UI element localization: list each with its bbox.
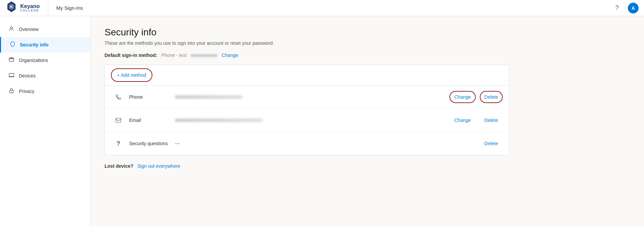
keyano-logo-svg: K: [5, 1, 18, 13]
help-icon[interactable]: ?: [612, 3, 622, 13]
default-method-row: Default sign-in method: Phone - text Cha…: [105, 53, 631, 58]
main-layout: Overview Security info Organizations Dev…: [0, 16, 644, 226]
method-row-phone: Phone Change Delete: [105, 86, 509, 109]
security-questions-value: ---: [175, 141, 242, 146]
security-questions-method-name: Security questions: [129, 141, 170, 146]
security-questions-delete-button[interactable]: Delete: [482, 139, 501, 148]
email-method-actions: Change Delete: [451, 116, 501, 124]
avatar[interactable]: A: [628, 3, 639, 13]
shield-icon: [9, 41, 16, 49]
sidebar-item-privacy[interactable]: Privacy: [0, 84, 91, 99]
logo-area: K Keyano College: [5, 0, 48, 16]
sign-out-everywhere-link[interactable]: Sign out everywhere: [137, 163, 180, 169]
security-card: + Add method Phone Change Delete Em: [105, 65, 509, 155]
laptop-icon: [8, 72, 15, 79]
sidebar-item-overview[interactable]: Overview: [0, 22, 91, 37]
lock-icon: [8, 88, 15, 95]
sidebar-item-organizations[interactable]: Organizations: [0, 53, 91, 68]
svg-text:K: K: [10, 5, 13, 9]
page-title: Security info: [105, 27, 631, 38]
sidebar-label-security-info: Security info: [20, 42, 49, 47]
sidebar-item-devices[interactable]: Devices: [0, 68, 91, 84]
svg-rect-6: [10, 90, 13, 93]
default-method-value: Phone - text: [161, 53, 219, 58]
add-method-button[interactable]: + Add method: [113, 70, 150, 80]
svg-rect-4: [9, 58, 14, 62]
method-row-email: Email Change Delete: [105, 109, 509, 132]
main-content: Security info These are the methods you …: [91, 16, 644, 226]
default-method-change-button[interactable]: Change: [222, 53, 238, 58]
organizations-icon: [8, 57, 15, 64]
person-icon: [8, 26, 15, 33]
page-subtitle: These are the methods you use to sign in…: [105, 40, 631, 46]
default-method-label: Default sign-in method:: [105, 53, 157, 58]
sidebar-label-devices: Devices: [19, 73, 36, 78]
add-method-row: + Add method: [105, 65, 509, 86]
logo-icon: K: [5, 1, 18, 15]
sidebar: Overview Security info Organizations Dev…: [0, 16, 91, 226]
brand-name: Keyano: [20, 3, 40, 9]
sidebar-label-organizations: Organizations: [19, 58, 48, 63]
header-title: My Sign-Ins: [56, 5, 83, 11]
lost-device-label: Lost device?: [105, 163, 134, 169]
email-method-name: Email: [129, 118, 170, 123]
email-delete-button[interactable]: Delete: [482, 116, 501, 124]
email-icon: [115, 117, 121, 123]
sidebar-label-privacy: Privacy: [19, 89, 34, 94]
svg-rect-5: [9, 73, 14, 76]
header-left: K Keyano College My Sign-Ins: [5, 0, 83, 16]
brand-sub: College: [20, 9, 40, 12]
question-mark-icon: ?: [117, 140, 120, 147]
svg-point-3: [10, 27, 12, 29]
lost-device-row: Lost device? Sign out everywhere: [105, 163, 631, 169]
email-change-button[interactable]: Change: [451, 116, 473, 124]
email-value-blur: [175, 119, 263, 122]
phone-delete-button[interactable]: Delete: [482, 93, 501, 101]
phone-number-blur: [191, 54, 217, 57]
phone-value-blur: [175, 95, 242, 99]
email-icon-wrap: [113, 115, 124, 126]
svg-rect-7: [116, 118, 121, 122]
header-right: ? A: [612, 3, 639, 13]
phone-change-button[interactable]: Change: [451, 93, 473, 101]
sidebar-label-overview: Overview: [19, 27, 38, 32]
phone-icon-wrap: [113, 92, 124, 102]
phone-method-name: Phone: [129, 94, 170, 100]
method-row-security-questions: ? Security questions --- Delete: [105, 132, 509, 155]
top-header: K Keyano College My Sign-Ins ? A: [0, 0, 644, 16]
logo-text: Keyano College: [20, 3, 40, 12]
sidebar-item-security-info[interactable]: Security info: [0, 37, 91, 53]
phone-icon: [115, 94, 121, 100]
phone-method-actions: Change Delete: [451, 93, 501, 101]
security-questions-icon-wrap: ?: [113, 138, 124, 149]
security-questions-method-actions: Delete: [482, 139, 501, 148]
